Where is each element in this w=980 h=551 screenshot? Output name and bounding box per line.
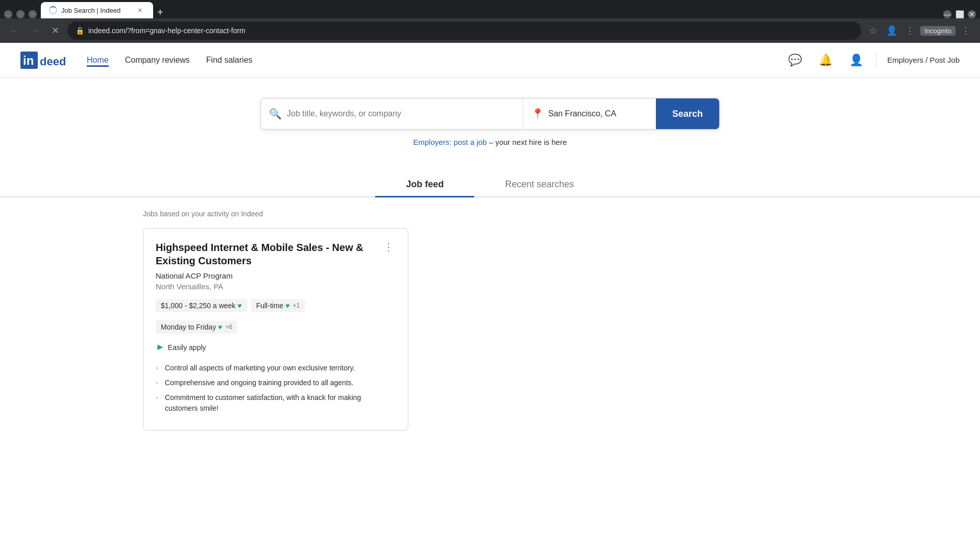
job-company: National ACP Program xyxy=(156,271,381,280)
bookmark-btn[interactable]: ☆ xyxy=(865,22,881,39)
nav-company-reviews[interactable]: Company reviews xyxy=(125,54,190,67)
main-nav: Home Company reviews Find salaries xyxy=(87,54,253,67)
tab-recent-searches[interactable]: Recent searches xyxy=(474,173,604,197)
tab-close-btn[interactable]: × xyxy=(135,5,145,15)
window-close-top[interactable]: ✕ xyxy=(968,10,976,18)
job-tags: $1,000 - $2,250 a week ♥ Full-time ♥ +1 xyxy=(156,299,396,312)
salary-tag: $1,000 - $2,250 a week ♥ xyxy=(156,299,247,312)
schedule-tag-text: Monday to Friday xyxy=(161,323,216,331)
account-btn[interactable]: 👤 xyxy=(846,50,866,70)
notifications-btn[interactable]: 🔔 xyxy=(815,50,836,70)
nav-home[interactable]: Home xyxy=(87,54,109,67)
window-restore-top[interactable]: ⬜ xyxy=(955,10,964,18)
job-bullet-1: Control all aspects of marketing your ow… xyxy=(156,363,396,373)
messages-icon: 💬 xyxy=(788,54,802,67)
address-bar[interactable]: 🔒 indeed.com/?from=gnav-help-center-cont… xyxy=(67,21,861,40)
job-title[interactable]: Highspeed Internet & Mobile Sales - New … xyxy=(156,241,381,267)
schedule-tag-extra: +6 xyxy=(225,323,232,331)
incognito-badge: Incognito xyxy=(920,26,955,36)
salary-tag-text: $1,000 - $2,250 a week xyxy=(161,302,235,310)
header-divider xyxy=(876,52,877,68)
schedule-heart-icon: ♥ xyxy=(218,323,222,331)
window-min-top[interactable]: — xyxy=(943,10,951,18)
location-icon: 📍 xyxy=(531,108,544,120)
employer-promo-link[interactable]: Employers: post a job xyxy=(413,138,487,146)
salary-heart-icon: ♥ xyxy=(237,302,241,310)
job-feed-section: Jobs based on your activity on Indeed Hi… xyxy=(0,197,980,443)
search-icon: 🔍 xyxy=(269,108,282,120)
reload-btn[interactable]: ✕ xyxy=(47,22,63,39)
job-search-field[interactable]: 🔍 xyxy=(261,98,523,129)
browser-tab-active[interactable]: Job Search | Indeed × xyxy=(41,2,153,18)
browser-chrome: — □ × Job Search | Indeed × + — ⬜ ✕ ← → … xyxy=(0,0,980,43)
job-title-block: Highspeed Internet & Mobile Sales - New … xyxy=(156,241,381,299)
schedule-tags: Monday to Friday ♥ +6 xyxy=(156,320,396,334)
svg-text:deed: deed xyxy=(40,55,66,68)
employer-promo: Employers: post a job – your next hire i… xyxy=(413,138,567,146)
new-tab-btn[interactable]: + xyxy=(153,7,167,18)
logo-svg: in deed xyxy=(20,48,66,71)
security-icon: 🔒 xyxy=(76,27,84,35)
job-bullet-2: Comprehensive and ongoing training provi… xyxy=(156,378,396,388)
page-content: in deed Home Company reviews Find salari… xyxy=(0,43,980,531)
schedule-tag: Monday to Friday ♥ +6 xyxy=(156,320,237,334)
easily-apply-text: Easily apply xyxy=(168,343,206,352)
tab-bar: — □ × Job Search | Indeed × + — ⬜ ✕ xyxy=(0,0,980,18)
feed-tabs: Job feed Recent searches xyxy=(0,173,980,197)
search-section: 🔍 📍 Search Employers: post a job – your … xyxy=(0,78,980,157)
search-button[interactable]: Search xyxy=(656,98,719,129)
nav-find-salaries[interactable]: Find salaries xyxy=(206,54,253,67)
chrome-menu-btn[interactable]: ⋮ xyxy=(958,22,974,39)
fulltime-tag-text: Full-time xyxy=(256,302,284,310)
fulltime-tag: Full-time ♥ +1 xyxy=(251,299,305,312)
fulltime-heart-icon: ♥ xyxy=(285,302,289,310)
window-maximize-btn[interactable]: □ xyxy=(16,10,24,18)
location-input[interactable] xyxy=(548,109,648,118)
tab-title: Job Search | Indeed xyxy=(61,7,131,14)
employer-promo-text: – your next hire is here xyxy=(489,138,567,146)
job-card: Highspeed Internet & Mobile Sales - New … xyxy=(143,228,408,431)
header-right: 💬 🔔 👤 Employers / Post Job xyxy=(785,50,960,70)
profile-btn[interactable]: 👤 xyxy=(884,22,900,39)
jobs-subtitle: Jobs based on your activity on Indeed xyxy=(143,210,837,218)
easily-apply-row: ► Easily apply xyxy=(156,342,396,353)
url-text: indeed.com/?from=gnav-help-center-contac… xyxy=(88,27,853,35)
fulltime-tag-extra: +1 xyxy=(293,302,300,309)
svg-text:in: in xyxy=(23,54,34,67)
location-field[interactable]: 📍 xyxy=(523,98,656,129)
search-bar: 🔍 📍 Search xyxy=(260,98,720,130)
back-btn[interactable]: ← xyxy=(6,22,22,39)
window-close-btn[interactable]: × xyxy=(29,10,37,18)
site-header: in deed Home Company reviews Find salari… xyxy=(0,43,980,78)
job-location: North Versailles, PA xyxy=(156,282,381,291)
user-icon: 👤 xyxy=(849,54,863,67)
tab-loading-spinner xyxy=(49,6,57,14)
messages-btn[interactable]: 💬 xyxy=(785,50,805,70)
forward-btn[interactable]: → xyxy=(27,22,43,39)
job-bullets: Control all aspects of marketing your ow… xyxy=(156,363,396,414)
job-card-header: Highspeed Internet & Mobile Sales - New … xyxy=(156,241,396,299)
bell-icon: 🔔 xyxy=(819,54,832,67)
apply-arrow-icon: ► xyxy=(156,342,165,353)
tab-job-feed[interactable]: Job feed xyxy=(375,173,474,197)
toolbar-actions: ☆ 👤 ⋮ Incognito ⋮ xyxy=(865,22,974,39)
extensions-btn[interactable]: ⋮ xyxy=(902,22,918,39)
employers-post-job-link[interactable]: Employers / Post Job xyxy=(887,56,960,64)
browser-toolbar: ← → ✕ 🔒 indeed.com/?from=gnav-help-cente… xyxy=(0,18,980,43)
job-more-options-btn[interactable]: ⋮ xyxy=(381,241,396,253)
indeed-logo[interactable]: in deed xyxy=(20,48,66,71)
job-bullet-3: Commitment to customer satisfaction, wit… xyxy=(156,392,396,414)
job-search-input[interactable] xyxy=(287,109,514,118)
window-minimize-btn[interactable]: — xyxy=(4,10,12,18)
